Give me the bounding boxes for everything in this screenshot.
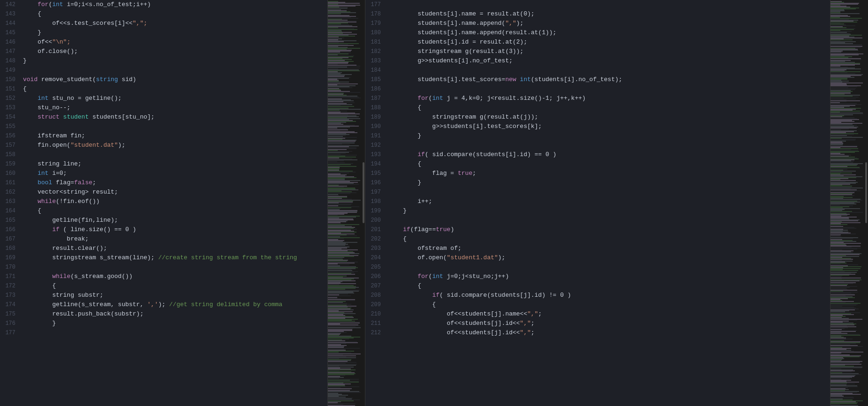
line-number: 205 <box>365 263 386 272</box>
code-line: 206 for(int j=0;j<stu_no;j++) <box>365 272 830 281</box>
line-number: 187 <box>365 94 386 103</box>
line-number: 165 <box>0 216 21 225</box>
line-number: 159 <box>0 159 21 169</box>
token: { <box>388 104 421 111</box>
line-content: { <box>386 300 830 309</box>
line-content: while(s_stream.good()) <box>21 272 327 281</box>
code-line: 163 while(!fin.eof()) <box>0 197 327 206</box>
line-number: 171 <box>0 272 21 281</box>
token: //create string stream from the string <box>158 254 297 261</box>
token: of<<s.test_scores[i]<< <box>23 20 133 27</box>
token: struct <box>37 113 59 120</box>
token: if <box>417 151 425 158</box>
token: } <box>23 320 56 327</box>
line-content: g>>students[i].no_of_test; <box>386 56 830 66</box>
line-content: break; <box>21 234 327 244</box>
line-content: for(int j=0;j<stu_no;j++) <box>386 272 830 281</box>
line-number: 157 <box>0 141 21 150</box>
token: ',' <box>147 301 158 308</box>
token: i++; <box>388 198 432 205</box>
line-content: { <box>21 9 327 19</box>
token: int <box>432 273 443 280</box>
token: { <box>388 301 436 308</box>
line-number: 184 <box>365 66 386 75</box>
line-content: { <box>386 281 830 291</box>
line-content: of<<students[j].id<<","; <box>386 328 830 338</box>
code-line: 194 { <box>365 159 830 169</box>
code-line: 201 if(flag==true) <box>365 225 830 234</box>
line-content: stringstream g(result.at(j)); <box>386 113 830 122</box>
line-content: if( sid.compare(students[i].id) == 0 ) <box>386 150 830 159</box>
line-number: 153 <box>0 103 21 113</box>
line-number: 154 <box>0 113 21 122</box>
line-number: 155 <box>0 122 21 131</box>
line-number: 145 <box>0 28 21 38</box>
code-line: 166 if ( line.size() == 0 ) <box>0 225 327 234</box>
line-number: 176 <box>0 319 21 328</box>
token: "," <box>520 320 531 327</box>
line-content: ofstream of; <box>386 244 830 253</box>
code-line: 193 if( sid.compare(students[i].id) == 0… <box>365 150 830 159</box>
code-line: 151{ <box>0 84 327 94</box>
code-line: 174 getline(s_stream, substr, ','); //ge… <box>0 300 327 309</box>
token: string line; <box>23 160 82 167</box>
minimap-scrollbar[interactable] <box>865 162 867 223</box>
code-line: 168 result.clear(); <box>0 244 327 253</box>
token: int <box>52 1 63 8</box>
code-line: 181 students[i].id = result.at(2); <box>365 38 830 47</box>
line-number: 196 <box>365 178 386 188</box>
token: { <box>23 10 41 17</box>
token: ifstream fin; <box>23 132 85 139</box>
code-line: 154 struct student students[stu_no]; <box>0 113 327 122</box>
code-line: 167 break; <box>0 234 327 244</box>
token: string <box>96 76 118 83</box>
code-line: 171 while(s_stream.good()) <box>0 272 327 281</box>
token: ","; <box>133 20 147 27</box>
line-content: { <box>21 281 327 291</box>
code-line: 160 int i=0; <box>0 169 327 178</box>
line-content: stu_no--; <box>21 103 327 113</box>
token: of<<students[j].id<< <box>388 329 520 336</box>
line-content: } <box>21 319 327 328</box>
line-number: 142 <box>0 0 21 9</box>
minimap-scrollbar[interactable] <box>363 162 364 223</box>
token: { <box>23 282 56 289</box>
line-content: int i=0; <box>21 169 327 178</box>
line-number: 208 <box>365 291 386 300</box>
line-content: i++; <box>386 197 830 206</box>
line-content: getline(fin,line); <box>21 216 327 225</box>
token: of<< <box>23 38 52 45</box>
token: students[stu_no]; <box>89 113 154 120</box>
line-number: 195 <box>365 169 386 178</box>
line-number: 211 <box>365 319 386 328</box>
right-code-area[interactable]: 177178 students[i].name = result.at(0);1… <box>365 0 830 406</box>
line-content: } <box>386 178 830 188</box>
line-number: 204 <box>365 253 386 263</box>
code-line: 197 <box>365 188 830 197</box>
code-line: 210 of<<students[j].name<<","; <box>365 309 830 319</box>
editor-container: 142 for(int i=0;i<s.no_of_test;i++)143 {… <box>0 0 868 406</box>
token: { <box>388 282 421 289</box>
token: bool <box>37 179 52 186</box>
line-content: of<<s.test_scores[i]<<","; <box>21 19 327 28</box>
code-line: 146 of<<"\n"; <box>0 38 327 47</box>
token <box>388 292 432 299</box>
token: getline(fin,line); <box>23 217 118 224</box>
code-line: 175 result.push_back(substr); <box>0 309 327 319</box>
code-line: 202 { <box>365 234 830 244</box>
token <box>23 198 37 205</box>
code-line: 192 <box>365 141 830 150</box>
line-content: students[i].name = result.at(0); <box>386 9 830 19</box>
token: ); <box>516 20 524 27</box>
left-code-area[interactable]: 142 for(int i=0;i<s.no_of_test;i++)143 {… <box>0 0 327 406</box>
line-number: 172 <box>0 281 21 291</box>
line-content: stringstream s_stream(line); //create st… <box>21 253 327 263</box>
line-number: 177 <box>365 0 386 9</box>
line-content: int stu_no = getline(); <box>21 94 327 103</box>
line-content: if( sid.compare(students[j].id) != 0 ) <box>386 291 830 300</box>
line-number: 189 <box>365 113 386 122</box>
code-line: 189 stringstream g(result.at(j)); <box>365 113 830 122</box>
code-line: 207 { <box>365 281 830 291</box>
line-number: 207 <box>365 281 386 291</box>
token: { <box>388 160 421 167</box>
